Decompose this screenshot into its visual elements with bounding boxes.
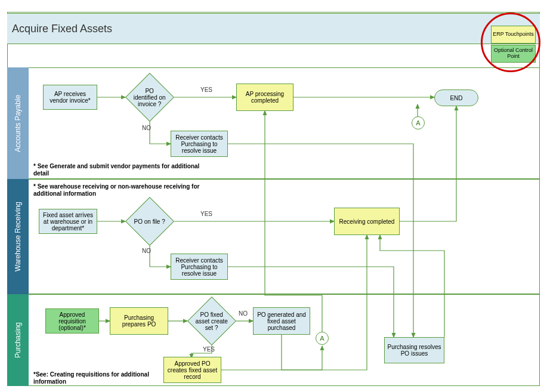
footnote-wr: * See warehouse receiving or non-warehou…: [33, 183, 200, 197]
title-bar: Acquire Fixed Assets: [7, 13, 540, 44]
ap-receives-invoice: AP receives vendor invoice*: [43, 85, 97, 110]
wr-asset-arrives: Fixed asset arrives at warehouse or in d…: [39, 209, 97, 234]
ap-receiver-contacts-purchasing: Receiver contacts Purchasing to resolve …: [171, 131, 228, 157]
highlight-circle: [481, 13, 540, 72]
wr-receiver-contacts-purchasing: Receiver contacts Purchasing to resolve …: [171, 254, 228, 280]
footnote-ap: * See Generate and submit vendor payment…: [33, 163, 200, 177]
page-title: Acquire Fixed Assets: [12, 23, 112, 35]
label-no-2: NO: [142, 248, 151, 254]
ap-processing-completed: AP processing completed: [236, 84, 293, 111]
connector-a-top: A: [412, 116, 425, 129]
lane-label-wr: Warehouse Receiving: [7, 179, 29, 294]
pu-resolves-issues: Purchasing resolves PO issues: [384, 337, 444, 363]
pu-approved-requisition: Approved requisition (optional)*: [45, 308, 99, 334]
label-yes-1: YES: [200, 87, 212, 93]
label-yes-3: YES: [203, 346, 215, 353]
pu-approved-po-record: Approved PO creates fixed asset record: [163, 357, 221, 383]
decision-text: PO fixed asset create set ?: [195, 311, 228, 331]
lane-label-ap: Accounts Payable: [7, 67, 29, 179]
lane-label-purchasing: Purchasing: [7, 294, 29, 386]
decision-text: PO on file ?: [133, 218, 166, 225]
label-no-3: NO: [239, 310, 248, 317]
pu-po-generated: PO generated and fixed asset purchased: [253, 307, 310, 335]
connector-a-bottom: A: [316, 332, 329, 345]
wr-receiving-completed: Receiving completed: [334, 208, 400, 235]
decision-text: PO identified on invoice ?: [133, 88, 166, 107]
label-yes-2: YES: [200, 211, 212, 217]
label-no-1: NO: [142, 125, 151, 131]
footnote-pu: *See: Creating requisitions for addition…: [33, 371, 165, 385]
end-terminator: END: [434, 89, 478, 106]
pu-prepares-po: Purchasing prepares PO: [110, 307, 168, 335]
